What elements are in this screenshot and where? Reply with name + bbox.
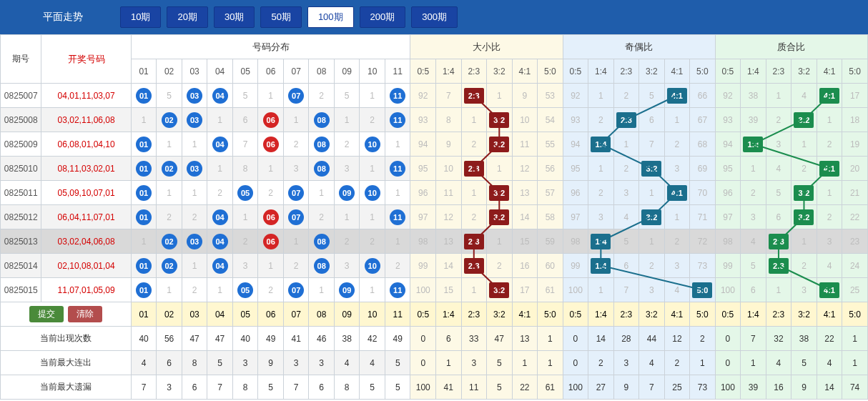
sub-0:5: 0:5 [715, 59, 741, 84]
stat: 5 [385, 351, 410, 375]
table-row[interactable]: 082500704,01,11,03,070150304510725111927… [1, 84, 868, 108]
stat: 4 [766, 351, 791, 375]
num-03: 03 [182, 229, 207, 254]
ball-04: 04 [212, 137, 228, 152]
period-btn-50期[interactable]: 50期 [260, 6, 301, 28]
num-06: 06 [258, 108, 284, 132]
table-row[interactable]: 082500803,02,11,06,081020316061081211938… [1, 108, 868, 132]
stat: 3 [283, 351, 309, 375]
table-row[interactable]: 082501511,07,01,05,090112105207109111100… [1, 278, 868, 302]
stat: 6 [436, 327, 462, 351]
prime-5:0: 20 [842, 157, 868, 181]
stat: 28 [613, 327, 639, 351]
period-btn-300期[interactable]: 300期 [411, 6, 458, 28]
odd-5:0: 70 [690, 181, 716, 205]
stat: 1 [741, 351, 766, 375]
ball-07: 07 [288, 282, 304, 298]
ball-03: 03 [187, 112, 202, 128]
ball-01: 01 [136, 209, 152, 225]
num-01: 01 [131, 181, 157, 205]
stat: 1 [538, 351, 563, 375]
odd-5:0: 67 [690, 108, 716, 132]
period-btn-200期[interactable]: 200期 [360, 6, 406, 28]
num-04: 04 [207, 254, 233, 278]
ball-06: 06 [263, 137, 279, 152]
num-10: 1 [360, 278, 385, 302]
num-04: 04 [207, 205, 233, 229]
y-3:2: 3:2 [791, 302, 817, 327]
prime-1:4: 6 [741, 278, 766, 302]
num-06: 06 [258, 132, 284, 157]
sub-3:2: 3:2 [791, 59, 817, 84]
y-02: 02 [157, 302, 182, 327]
stat: 7 [131, 375, 157, 400]
table-row[interactable]: 082501206,04,11,07,010122041060721111971… [1, 205, 868, 229]
sub-10: 10 [360, 59, 385, 84]
sub-2:3: 2:3 [766, 59, 791, 84]
ball-04: 04 [212, 234, 228, 249]
sub-0:5: 0:5 [410, 59, 436, 84]
odd-4:1: 4:1 [664, 84, 690, 108]
sub-4:1: 4:1 [817, 59, 842, 84]
sub-1:4: 1:4 [741, 59, 766, 84]
prime-2:3: 1 [766, 278, 791, 302]
stat: 2 [588, 351, 614, 375]
chip-prime: 4:1 [819, 282, 839, 298]
table-row[interactable]: 082501105,09,10,07,010111205207109101961… [1, 181, 868, 205]
y-0:5: 0:5 [563, 302, 588, 327]
num-09: 1 [334, 205, 360, 229]
period-btn-10期[interactable]: 10期 [120, 6, 161, 28]
group-dist: 号码分布 [131, 35, 410, 59]
table-row[interactable]: 082500906,08,01,04,100111047062082101949… [1, 132, 868, 157]
stat: 41 [436, 375, 462, 400]
chip-prime: 2:3 [769, 258, 789, 274]
odd-0:5: 100 [563, 278, 588, 302]
stat: 14 [817, 375, 842, 400]
prime-2:3: 5 [766, 181, 791, 205]
ball-01: 01 [136, 258, 152, 274]
table-row[interactable]: 082501402,10,08,01,040102104312083102991… [1, 254, 868, 278]
sub-1:4: 1:4 [588, 59, 614, 84]
prime-3:2: 3:2 [791, 181, 817, 205]
prime-2:3: 2:3 [766, 229, 791, 254]
big-0:5: 97 [410, 205, 436, 229]
period-btn-30期[interactable]: 30期 [214, 6, 255, 28]
odd-0:5: 98 [563, 229, 588, 254]
table-row[interactable]: 082501303,02,04,06,081020304206108221981… [1, 229, 868, 254]
stat: 22 [512, 375, 538, 400]
stat: 40 [131, 327, 157, 351]
odd-1:4: 1:4 [588, 229, 614, 254]
stat: 1 [436, 351, 462, 375]
prime-4:1: 1 [817, 181, 842, 205]
num-03: 03 [182, 84, 207, 108]
table-row[interactable]: 082501008,11,03,02,010102031813083111951… [1, 157, 868, 181]
big-3:2: 3:2 [487, 181, 513, 205]
stat: 27 [588, 375, 614, 400]
stat: 47 [487, 327, 513, 351]
odd-5:0: 68 [690, 132, 716, 157]
cell-codes: 02,10,08,01,04 [41, 254, 131, 278]
prime-4:1: 4:1 [817, 157, 842, 181]
big-3:2: 3:2 [487, 132, 513, 157]
stat: 1 [538, 327, 563, 351]
stat: 3 [232, 351, 258, 375]
clear-button[interactable]: 清除 [68, 306, 102, 322]
odd-1:4: 1:4 [588, 132, 614, 157]
prime-3:2: 4 [791, 84, 817, 108]
stat: 12 [664, 327, 690, 351]
prime-5:0: 18 [842, 108, 868, 132]
cell-issue: 0825010 [1, 157, 41, 181]
prime-5:0: 24 [842, 254, 868, 278]
num-04: 04 [207, 132, 233, 157]
sub-2:3: 2:3 [461, 59, 487, 84]
prime-5:0: 22 [842, 205, 868, 229]
y-1:4: 1:4 [741, 302, 766, 327]
odd-5:0: 72 [690, 229, 716, 254]
big-5:0: 61 [538, 278, 563, 302]
ball-11: 11 [390, 282, 405, 298]
ball-11: 11 [390, 88, 405, 104]
period-btn-20期[interactable]: 20期 [167, 6, 207, 28]
period-btn-100期[interactable]: 100期 [307, 6, 354, 28]
num-10: 1 [360, 84, 385, 108]
submit-button[interactable]: 提交 [29, 306, 64, 322]
